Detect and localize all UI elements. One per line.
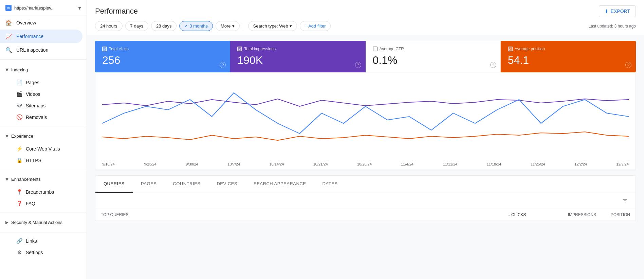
sidebar-item-pages[interactable]: 📄 Pages <box>0 77 82 88</box>
more-label: More <box>221 23 231 29</box>
col-impressions[interactable]: Impressions <box>549 212 596 217</box>
metric-card-clicks[interactable]: Total clicks 256 ? <box>95 41 230 72</box>
clicks-help-icon[interactable]: ? <box>220 62 226 68</box>
indexing-label: Indexing <box>11 67 28 72</box>
filter-check-icon: ✓ <box>184 23 188 29</box>
tab-countries[interactable]: COUNTRIES <box>165 176 208 193</box>
date-9: 11/18/24 <box>487 162 501 166</box>
tab-queries[interactable]: QUERIES <box>95 176 133 193</box>
indexing-chevron-icon: ▾ <box>5 66 8 73</box>
sidebar-item-faq[interactable]: ❓ FAQ <box>0 198 82 209</box>
sidebar-item-performance[interactable]: 📈 Performance <box>0 30 82 43</box>
date-4: 10/14/24 <box>270 162 284 166</box>
filter-28days[interactable]: 28 days <box>151 21 177 31</box>
ctr-help-icon[interactable]: ? <box>490 62 496 68</box>
sidebar-item-breadcrumbs[interactable]: 📍 Breadcrumbs <box>0 186 82 198</box>
sidebar-item-settings[interactable]: ⚙ Settings <box>0 247 82 258</box>
position-checkbox[interactable] <box>508 47 513 51</box>
main-content: Performance ⬇ EXPORT 24 hours 7 days 28 … <box>87 0 644 279</box>
date-12: 12/9/24 <box>616 162 629 166</box>
sidebar-item-videos[interactable]: 🎬 Videos <box>0 88 82 100</box>
export-button[interactable]: ⬇ EXPORT <box>599 5 636 17</box>
chart-dates-row: 9/16/24 9/23/24 9/30/24 10/7/24 10/14/24… <box>102 161 629 166</box>
clicks-label-row: Total clicks <box>102 47 223 51</box>
experience-label: Experience <box>11 134 33 139</box>
ctr-value: 0.1% <box>373 54 494 67</box>
clicks-line <box>102 93 629 134</box>
filter-3m-label: 3 months <box>189 23 207 29</box>
position-value: 54.1 <box>508 54 629 67</box>
sidebar-security-header[interactable]: ▸ Security & Manual Actions <box>0 215 87 229</box>
add-filter-button[interactable]: + Add filter <box>300 21 331 31</box>
site-url: https://mariaespiev... <box>14 5 75 11</box>
date-2: 9/30/24 <box>186 162 198 166</box>
search-type-chevron-icon: ▾ <box>290 23 292 29</box>
sidebar-item-sitemaps[interactable]: 🗺 Sitemaps <box>0 100 82 111</box>
breadcrumbs-label: Breadcrumbs <box>26 189 54 195</box>
filter-24hours[interactable]: 24 hours <box>95 21 123 31</box>
sidebar-experience-header[interactable]: ▾ Experience <box>0 129 87 143</box>
col-queries: Top queries <box>101 212 508 217</box>
col-clicks-label: Clicks <box>511 212 526 217</box>
date-11: 12/2/24 <box>574 162 587 166</box>
search-icon: 🔍 <box>5 47 12 53</box>
metric-card-ctr[interactable]: Average CTR 0.1% ? <box>366 41 501 72</box>
date-5: 10/21/24 <box>313 162 328 166</box>
sidebar-indexing-header[interactable]: ▾ Indexing <box>0 63 87 77</box>
filter-28d-label: 28 days <box>156 23 172 29</box>
impressions-label-row: Total impressions <box>237 47 358 51</box>
removals-icon: 🚫 <box>16 114 22 120</box>
links-label: Links <box>26 238 37 244</box>
sidebar-item-overview[interactable]: 🏠 Overview <box>0 16 82 30</box>
position-line <box>102 132 629 140</box>
tab-devices[interactable]: DEVICES <box>208 176 245 193</box>
sidebar-item-removals[interactable]: 🚫 Removals <box>0 111 82 123</box>
filter-bar: 24 hours 7 days 28 days ✓ 3 months More … <box>95 21 636 35</box>
chart-svg <box>102 79 629 161</box>
tab-dates[interactable]: DATES <box>314 176 346 193</box>
search-type-button[interactable]: Search type: Web ▾ <box>248 21 297 31</box>
clicks-label: Total clicks <box>109 47 129 51</box>
sort-down-icon: ↓ <box>508 212 510 217</box>
home-icon: 🏠 <box>5 19 12 26</box>
impressions-checkbox[interactable] <box>237 47 242 51</box>
header-top-row: Performance ⬇ EXPORT <box>95 5 636 17</box>
filter-divider <box>244 22 244 30</box>
impressions-help-icon[interactable]: ? <box>355 62 361 68</box>
gear-icon: ⚙ <box>16 249 22 256</box>
url-chevron-icon: ▾ <box>78 4 81 12</box>
performance-chart <box>102 79 629 161</box>
filter-more[interactable]: More ▾ <box>216 21 240 31</box>
sidebar-enhancements-header[interactable]: ▾ Enhancements <box>0 172 87 186</box>
metric-card-position[interactable]: Average position 54.1 ? <box>501 41 636 72</box>
security-chevron-icon: ▸ <box>5 219 8 226</box>
enhancements-chevron-icon: ▾ <box>5 175 8 183</box>
enhancements-label: Enhancements <box>11 177 41 182</box>
sidebar-divider-3 <box>0 169 87 169</box>
sidebar-item-links[interactable]: 🔗 Links <box>0 235 82 247</box>
col-clicks[interactable]: ↓ Clicks <box>508 212 549 217</box>
date-1: 9/23/24 <box>144 162 157 166</box>
videos-label: Videos <box>26 91 40 97</box>
impressions-value: 190K <box>237 54 358 67</box>
table-filter-button[interactable] <box>620 196 630 206</box>
clicks-checkbox[interactable] <box>102 47 107 51</box>
sidebar-item-core-web-vitals[interactable]: ⚡ Core Web Vitals <box>0 143 82 155</box>
filter-7days[interactable]: 7 days <box>125 21 148 31</box>
table-header: Top queries ↓ Clicks Impressions Positio… <box>95 209 636 221</box>
col-position[interactable]: Position <box>596 212 630 217</box>
position-help-icon[interactable]: ? <box>625 62 631 68</box>
lock-icon: 🔒 <box>16 157 22 163</box>
sidebar-item-url-inspection[interactable]: 🔍 URL inspection <box>0 43 82 57</box>
tab-search-appearance[interactable]: SEARCH APPEARANCE <box>245 176 314 193</box>
sidebar-url-selector[interactable]: m https://mariaespiev... ▾ <box>0 0 87 16</box>
sidebar-url-inspection-label: URL inspection <box>16 47 48 53</box>
tabs-header: QUERIES PAGES COUNTRIES DEVICES SEARCH A… <box>95 176 636 193</box>
pages-icon: 📄 <box>16 80 22 86</box>
sidebar-item-https[interactable]: 🔒 HTTPS <box>0 155 82 166</box>
tab-pages[interactable]: PAGES <box>133 176 165 193</box>
metric-card-impressions[interactable]: Total impressions 190K ? <box>230 41 365 72</box>
ctr-checkbox[interactable] <box>373 47 378 51</box>
date-3: 10/7/24 <box>227 162 240 166</box>
filter-3months[interactable]: ✓ 3 months <box>179 21 213 31</box>
